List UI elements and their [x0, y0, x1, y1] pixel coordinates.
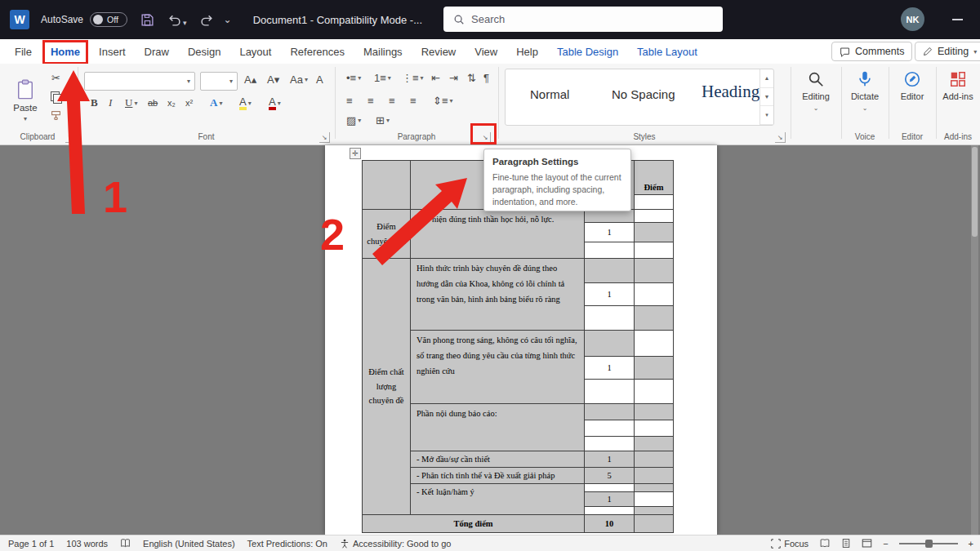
table-cell[interactable] [585, 507, 635, 515]
borders-icon[interactable]: ⊞ [376, 114, 385, 127]
table-cell[interactable] [635, 484, 674, 492]
word-logo-icon[interactable]: W [10, 10, 29, 29]
table-cell-total-score[interactable]: 10 [585, 515, 635, 533]
gallery-more-icon[interactable]: ▾ [760, 106, 773, 125]
align-right-icon[interactable]: ≡ [389, 95, 395, 107]
language-indicator[interactable]: English (United States) [143, 539, 235, 549]
table-cell[interactable] [635, 242, 674, 259]
subscript-button[interactable]: x₂ [167, 98, 176, 108]
gallery-up-icon[interactable]: ▲ [760, 69, 773, 88]
bullets-icon[interactable]: •≡ [346, 72, 356, 84]
change-case-icon[interactable]: Aa [290, 73, 303, 86]
italic-button[interactable]: I [109, 96, 112, 109]
underline-button[interactable]: U [125, 96, 132, 109]
search-box[interactable]: Search [443, 7, 723, 32]
gallery-down-icon[interactable]: ▼ [760, 88, 773, 107]
avatar[interactable]: NK [901, 7, 924, 31]
page-indicator[interactable]: Page 1 of 1 [8, 539, 54, 549]
style-normal[interactable]: Normal [530, 87, 569, 101]
multilevel-list-icon[interactable]: ⋮≡ [402, 72, 419, 84]
table-cell[interactable] [635, 380, 674, 404]
increase-indent-icon[interactable]: ⇥ [449, 72, 458, 84]
font-size-select[interactable]: ▾ [200, 72, 238, 91]
table-cell[interactable] [635, 451, 674, 468]
font-name-select[interactable]: ▾ [84, 72, 195, 91]
table-cell[interactable] [585, 242, 635, 259]
tab-table-layout[interactable]: Table Layout [637, 46, 697, 58]
tab-table-design[interactable]: Table Design [557, 46, 618, 58]
table-cell-score[interactable]: 5 [585, 468, 635, 484]
paragraph-dialog-launcher[interactable]: ↘ [480, 132, 491, 143]
table-cell-score[interactable]: 1 [585, 492, 635, 507]
sort-icon[interactable]: ⇅ [467, 72, 476, 84]
dictate-button[interactable]: Dictate ⌄ [843, 70, 887, 112]
print-layout-icon[interactable] [841, 538, 851, 549]
table-cell[interactable] [635, 437, 674, 451]
table-cell-total-label[interactable]: Tổng điểm [363, 515, 585, 533]
clear-formatting-icon[interactable]: A [316, 73, 323, 86]
styles-dialog-launcher[interactable]: ↘ [775, 132, 786, 143]
table-cell-desc[interactable]: Phần nội dung báo cáo: [411, 404, 585, 451]
table-cell[interactable] [585, 484, 635, 492]
table-cell-desc[interactable]: - Kết luận/hàm ý [411, 484, 585, 515]
table-cell-desc[interactable]: - Mở đầu/sự cần thiết [411, 451, 585, 468]
table-cell-desc[interactable]: - Phân tích tình thế và Đề xuất giải phá… [411, 468, 585, 484]
style-no-spacing[interactable]: No Spacing [612, 87, 675, 101]
scrollbar-thumb[interactable] [972, 147, 978, 237]
align-center-icon[interactable]: ≡ [368, 95, 374, 107]
shading-icon[interactable]: ▨ [346, 114, 356, 127]
table-cell[interactable] [363, 161, 411, 210]
addins-button[interactable]: Add-ins [938, 70, 978, 101]
word-count[interactable]: 103 words [66, 539, 108, 549]
editing-mode-button[interactable]: Editing ▾ [915, 42, 980, 61]
font-dialog-launcher[interactable]: ↘ [319, 132, 330, 143]
paste-button[interactable]: Paste ▾ [8, 70, 42, 131]
zoom-in-button[interactable]: + [969, 539, 973, 549]
cut-icon[interactable]: ✂ [51, 72, 60, 84]
show-paragraph-marks-icon[interactable]: ¶ [483, 72, 489, 84]
table-cell-score[interactable]: 1 [585, 283, 635, 306]
table-cell[interactable] [635, 259, 674, 283]
font-color-icon[interactable]: A [269, 96, 276, 110]
table-cell[interactable] [635, 306, 674, 331]
zoom-slider-thumb[interactable] [925, 540, 933, 548]
table-cell-category[interactable]: Điểm chuyên cần [363, 210, 411, 259]
bold-button[interactable]: B [91, 96, 98, 109]
paste-dropdown-icon[interactable]: ▾ [24, 115, 27, 122]
table-cell[interactable] [635, 195, 674, 210]
table-cell[interactable] [635, 492, 674, 507]
editor-button[interactable]: Editor [890, 70, 934, 101]
autosave-toggle[interactable]: Off [90, 12, 127, 27]
table-cell[interactable] [635, 507, 674, 515]
table-cell[interactable] [635, 404, 674, 420]
zoom-slider[interactable] [899, 543, 958, 544]
tab-review[interactable]: Review [421, 46, 457, 58]
strikethrough-button[interactable]: ab [148, 98, 158, 108]
grow-font-icon[interactable]: A▴ [244, 73, 256, 86]
table-cell[interactable] [585, 420, 635, 437]
table-cell-desc[interactable]: Hình thức trình bày chuyên đề đúng theo … [411, 259, 585, 331]
align-left-icon[interactable]: ≡ [346, 95, 353, 107]
table-header-diem[interactable]: Điểm [635, 161, 674, 195]
table-cell[interactable] [635, 331, 674, 357]
table-cell[interactable] [585, 404, 635, 420]
table-cell[interactable] [585, 306, 635, 331]
editing-button[interactable]: Editing ⌄ [794, 70, 838, 112]
proofing-button[interactable] [120, 538, 131, 549]
table-cell[interactable] [585, 331, 635, 357]
tab-draw[interactable]: Draw [145, 46, 169, 58]
quick-access-more-icon[interactable]: ⌄ [224, 14, 232, 25]
format-painter-icon[interactable] [51, 110, 61, 121]
table-cell-category[interactable]: Điểm chất lượng chuyên đề [363, 259, 411, 515]
tab-layout[interactable]: Layout [239, 46, 271, 58]
save-icon[interactable] [140, 13, 154, 27]
web-layout-icon[interactable] [862, 538, 872, 549]
table-cell-desc[interactable]: Thể hiện đúng tinh thần học hỏi, nỗ lực. [411, 210, 585, 259]
table-cell-score[interactable]: 1 [585, 223, 635, 242]
table-cell[interactable] [635, 357, 674, 380]
table-cell[interactable] [585, 437, 635, 451]
tab-home[interactable]: Home [51, 46, 80, 58]
text-effects-icon[interactable]: A [210, 96, 217, 109]
text-predictions[interactable]: Text Predictions: On [247, 539, 327, 549]
comments-button[interactable]: Comments [831, 42, 912, 61]
